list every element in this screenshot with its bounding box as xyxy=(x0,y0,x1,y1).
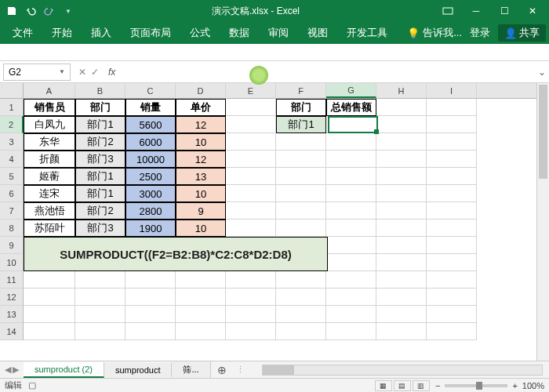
cell-C12[interactable] xyxy=(125,289,176,306)
col-A[interactable]: A xyxy=(24,83,75,98)
select-all-corner[interactable] xyxy=(0,83,24,98)
qat-dropdown[interactable]: ▼ xyxy=(60,2,77,20)
cell-E1[interactable] xyxy=(226,99,276,116)
zoom-level[interactable]: 100% xyxy=(522,381,544,390)
cell-H5[interactable] xyxy=(376,168,427,185)
cell-F14[interactable] xyxy=(276,323,326,340)
cell-B14[interactable] xyxy=(75,323,125,340)
cell-D5[interactable]: 13 xyxy=(176,168,226,185)
cell-E5[interactable] xyxy=(226,168,276,185)
cell-D8[interactable]: 10 xyxy=(176,220,226,237)
tab-developer[interactable]: 开发工具 xyxy=(337,22,397,44)
tab-pagelayout[interactable]: 页面布局 xyxy=(121,22,180,44)
cell-F2[interactable]: 部门1 xyxy=(276,116,326,133)
cell-B12[interactable] xyxy=(75,289,125,306)
zoom-slider[interactable] xyxy=(445,384,507,387)
worksheet-grid[interactable]: A B C D E F G H I 1234567891011121314 销售… xyxy=(0,83,549,365)
row-4[interactable]: 4 xyxy=(0,151,24,168)
cell-D11[interactable] xyxy=(176,271,226,289)
cell-G3[interactable] xyxy=(326,133,376,151)
cell-I14[interactable] xyxy=(427,323,477,340)
col-G[interactable]: G xyxy=(326,83,376,98)
zoom-in-button[interactable]: + xyxy=(512,381,517,390)
name-box[interactable]: G2 ▼ xyxy=(3,64,71,81)
row-14[interactable]: 14 xyxy=(0,323,24,340)
cell-D14[interactable] xyxy=(176,323,226,340)
cell-D13[interactable] xyxy=(176,306,226,323)
cell-A8[interactable]: 苏陌叶 xyxy=(24,220,75,237)
cell-A7[interactable]: 燕池悟 xyxy=(24,202,75,220)
merged-formula-box[interactable]: SUMPRODUCT((F2=B2:B8)*C2:C8*D2:D8) xyxy=(24,237,328,271)
cell-I11[interactable] xyxy=(427,271,477,289)
add-sheet-button[interactable]: ⊕ xyxy=(211,364,233,376)
row-1[interactable]: 1 xyxy=(0,99,24,116)
cell-F3[interactable] xyxy=(276,133,326,151)
view-normal-button[interactable]: ▦ xyxy=(375,380,392,391)
cell-I2[interactable] xyxy=(427,116,477,133)
cell-H9[interactable] xyxy=(376,237,427,254)
cell-H2[interactable] xyxy=(376,116,427,133)
cell-F5[interactable] xyxy=(276,168,326,185)
cell-H6[interactable] xyxy=(376,185,427,202)
cell-A4[interactable]: 折颜 xyxy=(24,151,75,168)
cell-B6[interactable]: 部门1 xyxy=(75,185,125,202)
cell-C14[interactable] xyxy=(125,323,176,340)
row-13[interactable]: 13 xyxy=(0,306,24,323)
cell-B1[interactable]: 部门 xyxy=(75,99,125,116)
view-pagebreak-button[interactable]: ▥ xyxy=(413,380,430,391)
cell-F4[interactable] xyxy=(276,151,326,168)
login-link[interactable]: 登录 xyxy=(470,26,490,40)
cell-G1[interactable]: 总销售额 xyxy=(326,99,376,116)
sheet-nav[interactable]: ◀▶ xyxy=(0,365,24,375)
cell-B11[interactable] xyxy=(75,271,125,289)
vertical-scrollbar[interactable] xyxy=(536,83,549,365)
undo-button[interactable] xyxy=(22,2,39,20)
minimize-button[interactable]: ─ xyxy=(463,2,489,20)
cell-G11[interactable] xyxy=(326,271,376,289)
cell-E6[interactable] xyxy=(226,185,276,202)
cell-G2[interactable] xyxy=(326,116,376,133)
cell-B3[interactable]: 部门2 xyxy=(75,133,125,151)
sheet-tab-1[interactable]: sumproduct xyxy=(104,363,172,377)
row-3[interactable]: 3 xyxy=(0,133,24,151)
enter-formula-button[interactable]: ✓ xyxy=(91,67,99,78)
cell-B4[interactable]: 部门3 xyxy=(75,151,125,168)
maximize-button[interactable]: ☐ xyxy=(491,2,518,20)
col-I[interactable]: I xyxy=(427,83,477,98)
tab-review[interactable]: 审阅 xyxy=(259,22,298,44)
cell-H1[interactable] xyxy=(376,99,427,116)
zoom-out-button[interactable]: − xyxy=(435,381,440,390)
macro-record-icon[interactable]: ▢ xyxy=(28,380,36,390)
cell-I13[interactable] xyxy=(427,306,477,323)
chevron-down-icon[interactable]: ▼ xyxy=(59,68,65,75)
cell-B2[interactable]: 部门1 xyxy=(75,116,125,133)
cell-I7[interactable] xyxy=(427,202,477,220)
tell-me[interactable]: 告诉我... xyxy=(423,26,462,40)
cell-I5[interactable] xyxy=(427,168,477,185)
cell-H11[interactable] xyxy=(376,271,427,289)
zoom-thumb[interactable] xyxy=(476,382,482,390)
row-2[interactable]: 2 xyxy=(0,116,24,133)
cell-F12[interactable] xyxy=(276,289,326,306)
cell-A14[interactable] xyxy=(24,323,75,340)
cell-F11[interactable] xyxy=(276,271,326,289)
cell-D6[interactable]: 10 xyxy=(176,185,226,202)
cell-A12[interactable] xyxy=(24,289,75,306)
close-button[interactable]: ✕ xyxy=(519,2,546,20)
cell-H8[interactable] xyxy=(376,220,427,237)
cell-E4[interactable] xyxy=(226,151,276,168)
cell-G13[interactable] xyxy=(326,306,376,323)
cell-H12[interactable] xyxy=(376,289,427,306)
cell-C3[interactable]: 6000 xyxy=(125,133,176,151)
cell-G9[interactable] xyxy=(326,237,376,254)
cell-I9[interactable] xyxy=(427,237,477,254)
cell-C5[interactable]: 2500 xyxy=(125,168,176,185)
row-10[interactable]: 10 xyxy=(0,254,24,271)
cell-C2[interactable]: 5600 xyxy=(125,116,176,133)
cell-F1[interactable]: 部门 xyxy=(276,99,326,116)
save-button[interactable] xyxy=(3,2,20,20)
cell-E11[interactable] xyxy=(226,271,276,289)
cell-C1[interactable]: 销量 xyxy=(125,99,176,116)
cell-C6[interactable]: 3000 xyxy=(125,185,176,202)
cell-E12[interactable] xyxy=(226,289,276,306)
